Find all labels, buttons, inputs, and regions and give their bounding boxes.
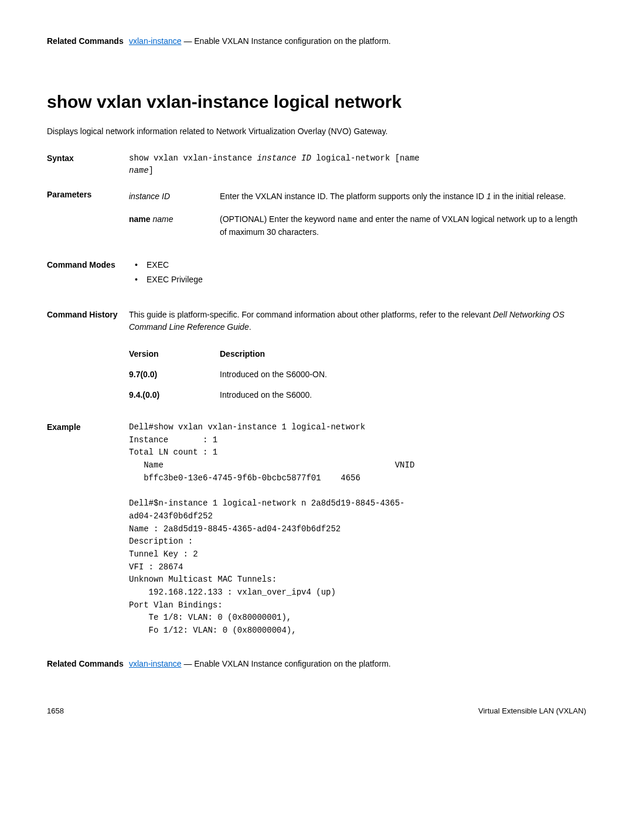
example-label: Example bbox=[47, 421, 129, 433]
param-desc-0-post: in the initial release. bbox=[491, 192, 566, 201]
history-table: Version Description 9.7(0.0) Introduced … bbox=[129, 348, 586, 409]
parameters-row: Parameters instance ID Enter the VXLAN i… bbox=[47, 189, 586, 238]
label-text: Related Commands bbox=[47, 36, 124, 46]
history-version-1: 9.4.(0.0) bbox=[129, 389, 220, 401]
param-name-0: instance ID bbox=[129, 190, 220, 203]
syntax-row: Syntax show vxlan vxlan-instance instanc… bbox=[47, 152, 586, 177]
history-version-0: 9.7(0.0) bbox=[129, 368, 220, 381]
param-name-1: name name bbox=[129, 213, 220, 226]
bottom-related-label: Related Commands bbox=[47, 658, 129, 670]
syntax-post: logical-network [name bbox=[311, 153, 424, 163]
bottom-related-commands: Related Commands vxlan-instance — Enable… bbox=[47, 658, 586, 670]
top-related-commands: Related Commands vxlan-instance — Enable… bbox=[47, 35, 586, 47]
parameters-content: instance ID Enter the VXLAN instance ID.… bbox=[129, 189, 586, 238]
section-title: show vxlan vxlan-instance logical networ… bbox=[47, 88, 586, 115]
parameters-label: Parameters bbox=[47, 189, 129, 201]
bottom-related-text: — Enable VXLAN Instance configuration on… bbox=[182, 659, 391, 668]
history-header-version: Version bbox=[129, 348, 220, 360]
param-row-0: instance ID Enter the VXLAN instance ID.… bbox=[129, 190, 586, 203]
modes-content: EXEC EXEC Privilege bbox=[129, 259, 586, 288]
history-header-desc: Description bbox=[220, 348, 586, 360]
history-label: Command History bbox=[47, 309, 129, 321]
modes-row: Command Modes EXEC EXEC Privilege bbox=[47, 259, 586, 288]
modes-list: EXEC EXEC Privilege bbox=[129, 259, 586, 286]
syntax-pre: show vxlan vxlan-instance bbox=[129, 153, 257, 163]
history-desc-1: Introduced on the S6000. bbox=[220, 389, 586, 401]
param-desc-1: (OPTIONAL) Enter the keyword name and en… bbox=[220, 213, 586, 238]
syntax-label: Syntax bbox=[47, 152, 129, 165]
history-desc-0: Introduced on the S6000-ON. bbox=[220, 368, 586, 381]
footer-title: Virtual Extensible LAN (VXLAN) bbox=[478, 705, 586, 717]
history-intro-post: . bbox=[249, 322, 251, 332]
top-related-text: — Enable VXLAN Instance configuration on… bbox=[182, 36, 391, 46]
param-desc-0: Enter the VXLAN instance ID. The platfor… bbox=[220, 190, 586, 203]
history-content: This guide is platform-specific. For com… bbox=[129, 309, 586, 409]
history-row-0: 9.7(0.0) Introduced on the S6000-ON. bbox=[129, 368, 586, 381]
syntax-it1: instance ID bbox=[257, 153, 311, 163]
top-related-label: Related Commands bbox=[47, 35, 129, 47]
history-intro: This guide is platform-specific. For com… bbox=[129, 309, 586, 333]
bottom-related-content: vxlan-instance — Enable VXLAN Instance c… bbox=[129, 658, 586, 670]
param-name-1-bold: name bbox=[129, 214, 151, 224]
bottom-related-label-text: Related Commands bbox=[47, 659, 124, 668]
param-row-1: name name (OPTIONAL) Enter the keyword n… bbox=[129, 213, 586, 238]
param-desc-1-pre: (OPTIONAL) Enter the keyword bbox=[220, 214, 338, 224]
syntax-close: ] bbox=[149, 166, 154, 175]
param-table: instance ID Enter the VXLAN instance ID.… bbox=[129, 190, 586, 238]
vxlan-instance-link-top[interactable]: vxlan-instance bbox=[129, 36, 182, 46]
history-header: Version Description bbox=[129, 348, 586, 360]
param-desc-0-it: 1 bbox=[486, 192, 491, 201]
history-row: Command History This guide is platform-s… bbox=[47, 309, 586, 409]
section-intro: Displays logical network information rel… bbox=[47, 125, 586, 138]
page-number: 1658 bbox=[47, 705, 64, 717]
top-related-content: vxlan-instance — Enable VXLAN Instance c… bbox=[129, 35, 586, 47]
syntax-content: show vxlan vxlan-instance instance ID lo… bbox=[129, 152, 586, 177]
example-content: Dell#show vxlan vxlan-instance 1 logical… bbox=[129, 421, 586, 637]
mode-item-1: EXEC Privilege bbox=[135, 274, 586, 286]
param-desc-0-pre: Enter the VXLAN instance ID. The platfor… bbox=[220, 192, 486, 201]
syntax-it2: name bbox=[129, 166, 149, 175]
param-name-1-it: name bbox=[152, 214, 173, 224]
mode-item-0: EXEC bbox=[135, 259, 586, 271]
param-desc-1-mono: name bbox=[338, 215, 358, 224]
vxlan-instance-link-bottom[interactable]: vxlan-instance bbox=[129, 659, 182, 668]
modes-label: Command Modes bbox=[47, 259, 129, 271]
history-intro-pre: This guide is platform-specific. For com… bbox=[129, 310, 493, 319]
history-row-1: 9.4.(0.0) Introduced on the S6000. bbox=[129, 389, 586, 401]
example-row: Example Dell#show vxlan vxlan-instance 1… bbox=[47, 421, 586, 637]
page-footer: 1658 Virtual Extensible LAN (VXLAN) bbox=[47, 705, 586, 717]
